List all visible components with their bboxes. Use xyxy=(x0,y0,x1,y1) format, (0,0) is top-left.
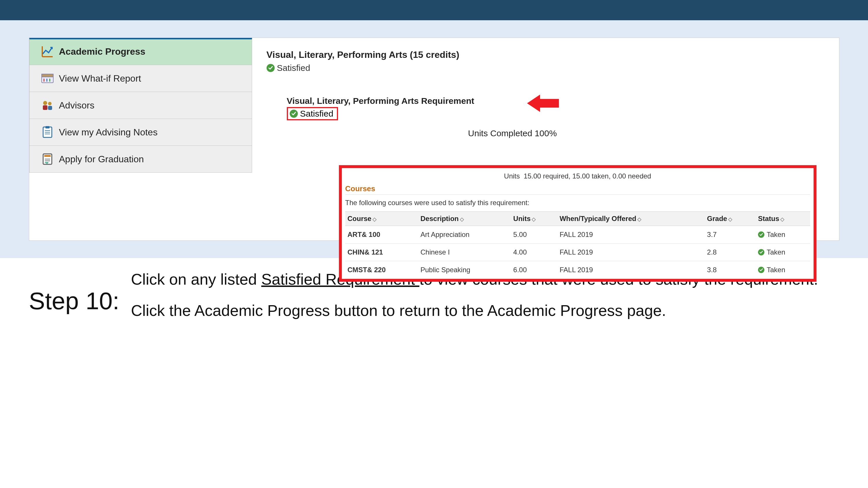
cell-grade: 3.8 xyxy=(705,261,756,279)
col-grade[interactable]: Grade◇ xyxy=(705,212,756,226)
sidebar: Academic Progress View What-if Report xyxy=(29,38,252,173)
cell-course: CMST& 220 xyxy=(345,261,418,279)
sidebar-item-advising-notes[interactable]: View my Advising Notes xyxy=(29,119,252,146)
courses-panel-highlight: Units 15.00 required, 15.00 taken, 0.00 … xyxy=(339,165,816,282)
cell-status: Taken xyxy=(756,261,810,279)
courses-heading: Courses xyxy=(345,183,810,195)
sort-icon: ◇ xyxy=(637,216,641,222)
col-units[interactable]: Units◇ xyxy=(511,212,557,226)
sidebar-item-label: View What-if Report xyxy=(59,73,141,84)
annotation-arrow-icon xyxy=(527,93,559,115)
col-course[interactable]: Course◇ xyxy=(345,212,418,226)
units-summary-text: 15.00 required, 15.00 taken, 0.00 needed xyxy=(524,172,651,180)
table-row[interactable]: CHIN& 121 Chinese I 4.00 FALL 2019 2.8 xyxy=(345,243,810,261)
svg-point-7 xyxy=(48,102,52,105)
svg-point-5 xyxy=(43,101,47,105)
cell-description: Art Appreciation xyxy=(418,226,511,243)
cell-when: FALL 2019 xyxy=(557,226,705,243)
cell-grade: 2.8 xyxy=(705,243,756,261)
sidebar-item-label: Academic Progress xyxy=(59,46,146,57)
sidebar-item-advisors[interactable]: Advisors xyxy=(29,92,252,119)
svg-rect-15 xyxy=(44,155,51,157)
sidebar-item-academic-progress[interactable]: Academic Progress xyxy=(29,38,252,65)
col-when[interactable]: When/Typically Offered◇ xyxy=(557,212,705,226)
cell-course: CHIN& 121 xyxy=(345,243,418,261)
sub-requirement-status-text: Satisfied xyxy=(300,109,334,119)
units-label: Units xyxy=(504,172,520,180)
cell-grade: 3.7 xyxy=(705,226,756,243)
courses-table: Course◇ Description◇ Units◇ When/Typical… xyxy=(345,212,810,279)
sort-icon: ◇ xyxy=(780,216,784,222)
sub-requirement-status-highlight: Satisfied xyxy=(287,107,338,120)
cell-description: Chinese I xyxy=(418,243,511,261)
cell-status: Taken xyxy=(756,226,810,243)
check-circle-icon xyxy=(758,231,764,238)
units-completed-text: Units Completed 100% xyxy=(368,128,657,138)
sort-icon: ◇ xyxy=(460,216,464,222)
sidebar-item-apply-graduation[interactable]: Apply for Graduation xyxy=(29,146,252,173)
svg-rect-6 xyxy=(43,105,48,110)
document-apply-icon xyxy=(41,153,54,165)
table-row[interactable]: CMST& 220 Public Speaking 6.00 FALL 2019… xyxy=(345,261,810,279)
cell-course: ART& 100 xyxy=(345,226,418,243)
courses-note: The following courses were used to satis… xyxy=(345,195,810,212)
cell-units: 4.00 xyxy=(511,243,557,261)
requirement-status-row: Satisfied xyxy=(267,63,828,73)
col-status[interactable]: Status◇ xyxy=(756,212,810,226)
status-text: Taken xyxy=(767,231,785,239)
check-circle-icon xyxy=(267,64,275,72)
svg-marker-18 xyxy=(527,95,559,112)
screenshot-background: Academic Progress View What-if Report xyxy=(0,20,868,258)
status-text: Taken xyxy=(767,266,785,274)
svg-rect-8 xyxy=(48,106,52,110)
cell-units: 6.00 xyxy=(511,261,557,279)
sidebar-item-label: Advisors xyxy=(59,100,95,111)
units-summary-row: Units 15.00 required, 15.00 taken, 0.00 … xyxy=(345,170,810,183)
check-circle-icon xyxy=(290,110,298,118)
step-label: Step 10: xyxy=(29,270,120,315)
cell-units: 5.00 xyxy=(511,226,557,243)
check-circle-icon xyxy=(758,249,764,255)
svg-rect-10 xyxy=(45,126,50,128)
requirement-title: Visual, Literary, Performing Arts (15 cr… xyxy=(267,50,828,60)
clipboard-notes-icon xyxy=(41,126,54,138)
col-description[interactable]: Description◇ xyxy=(418,212,511,226)
status-text: Taken xyxy=(767,248,785,256)
table-row[interactable]: ART& 100 Art Appreciation 5.00 FALL 2019… xyxy=(345,226,810,243)
svg-rect-1 xyxy=(42,74,53,77)
cell-when: FALL 2019 xyxy=(557,261,705,279)
calendar-report-icon xyxy=(41,72,54,85)
sidebar-item-label: Apply for Graduation xyxy=(59,154,144,165)
cell-when: FALL 2019 xyxy=(557,243,705,261)
sort-icon: ◇ xyxy=(728,216,732,222)
check-circle-icon xyxy=(758,267,764,273)
cell-description: Public Speaking xyxy=(418,261,511,279)
sort-icon: ◇ xyxy=(372,216,376,222)
sort-icon: ◇ xyxy=(532,216,536,222)
chart-line-icon xyxy=(41,45,54,58)
instruction-line-2: Click the Academic Progress button to re… xyxy=(131,301,818,321)
requirement-status-text: Satisfied xyxy=(277,63,310,73)
people-icon xyxy=(41,99,54,112)
top-bar xyxy=(0,0,868,20)
cell-status: Taken xyxy=(756,243,810,261)
sidebar-item-label: View my Advising Notes xyxy=(59,127,158,138)
sidebar-item-what-if-report[interactable]: View What-if Report xyxy=(29,65,252,92)
app-frame: Academic Progress View What-if Report xyxy=(29,38,839,241)
